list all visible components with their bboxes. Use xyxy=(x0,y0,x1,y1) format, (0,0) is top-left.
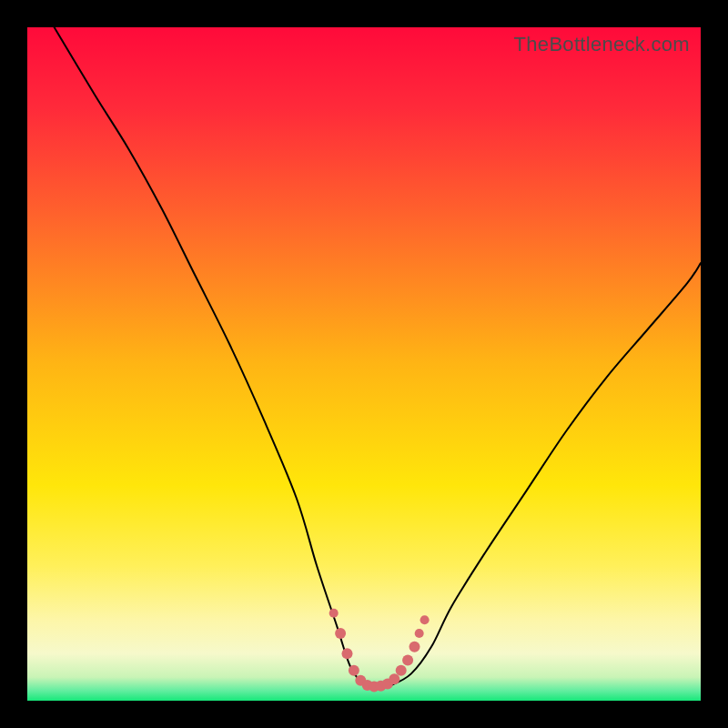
curve-marker xyxy=(389,673,399,684)
curve-marker xyxy=(396,665,407,676)
curve-markers xyxy=(329,609,430,693)
bottleneck-curve xyxy=(55,27,701,687)
curve-layer xyxy=(27,27,701,701)
curve-marker xyxy=(402,655,413,666)
chart-frame: TheBottleneck.com xyxy=(0,0,728,728)
watermark-text: TheBottleneck.com xyxy=(514,33,690,56)
curve-marker xyxy=(342,648,353,659)
curve-marker xyxy=(349,665,359,676)
curve-marker xyxy=(329,609,339,618)
curve-marker xyxy=(420,615,430,624)
curve-marker xyxy=(415,629,424,638)
plot-area: TheBottleneck.com xyxy=(27,27,701,701)
curve-marker xyxy=(410,642,420,652)
curve-marker xyxy=(335,628,346,639)
